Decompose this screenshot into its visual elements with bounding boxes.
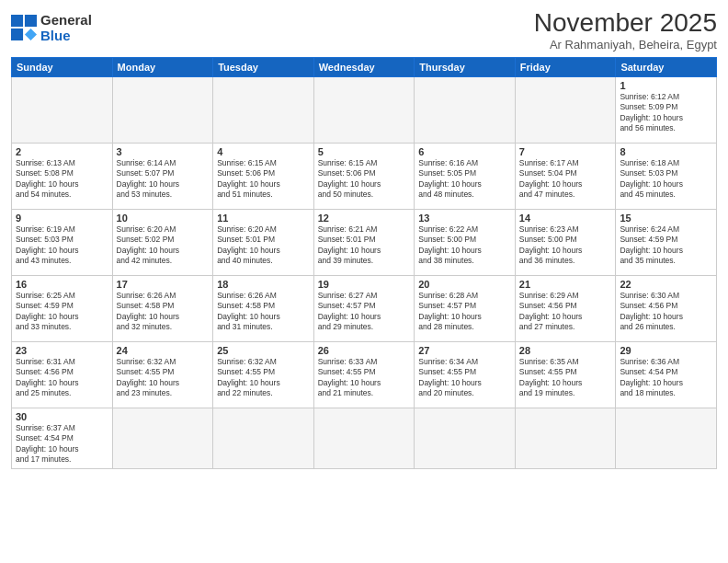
- svg-rect-0: [11, 15, 23, 27]
- weekday-header-row: Sunday Monday Tuesday Wednesday Thursday…: [12, 57, 717, 76]
- header-wednesday: Wednesday: [313, 57, 415, 76]
- day-number: 29: [620, 345, 712, 356]
- table-row: [213, 408, 314, 468]
- table-row: 5Sunrise: 6:15 AM Sunset: 5:06 PM Daylig…: [313, 143, 415, 209]
- day-info: Sunrise: 6:28 AM Sunset: 4:57 PM Dayligh…: [418, 291, 511, 333]
- day-number: 8: [620, 146, 712, 157]
- day-number: 21: [519, 279, 612, 290]
- table-row: 10Sunrise: 6:20 AM Sunset: 5:02 PM Dayli…: [112, 209, 213, 275]
- day-info: Sunrise: 6:37 AM Sunset: 4:54 PM Dayligh…: [16, 423, 108, 465]
- table-row: 19Sunrise: 6:27 AM Sunset: 4:57 PM Dayli…: [313, 275, 415, 341]
- table-row: [313, 408, 415, 468]
- day-info: Sunrise: 6:15 AM Sunset: 5:06 PM Dayligh…: [318, 158, 411, 201]
- day-number: 4: [217, 146, 310, 157]
- day-number: 19: [318, 279, 411, 290]
- table-row: 22Sunrise: 6:30 AM Sunset: 4:56 PM Dayli…: [616, 275, 717, 341]
- table-row: 7Sunrise: 6:17 AM Sunset: 5:04 PM Daylig…: [515, 143, 616, 209]
- day-info: Sunrise: 6:17 AM Sunset: 5:04 PM Dayligh…: [519, 158, 612, 201]
- table-row: 12Sunrise: 6:21 AM Sunset: 5:01 PM Dayli…: [313, 209, 415, 275]
- header-friday: Friday: [515, 57, 616, 76]
- day-info: Sunrise: 6:34 AM Sunset: 4:55 PM Dayligh…: [418, 357, 511, 399]
- day-info: Sunrise: 6:36 AM Sunset: 4:54 PM Dayligh…: [620, 357, 712, 399]
- table-row: 9Sunrise: 6:19 AM Sunset: 5:03 PM Daylig…: [12, 209, 113, 275]
- day-info: Sunrise: 6:31 AM Sunset: 4:56 PM Dayligh…: [16, 357, 108, 399]
- day-info: Sunrise: 6:25 AM Sunset: 4:59 PM Dayligh…: [16, 291, 108, 333]
- table-row: 20Sunrise: 6:28 AM Sunset: 4:57 PM Dayli…: [415, 275, 516, 341]
- day-info: Sunrise: 6:15 AM Sunset: 5:06 PM Dayligh…: [217, 158, 310, 201]
- table-row: [515, 408, 616, 468]
- day-info: Sunrise: 6:32 AM Sunset: 4:55 PM Dayligh…: [217, 357, 310, 399]
- day-info: Sunrise: 6:26 AM Sunset: 4:58 PM Dayligh…: [217, 291, 310, 333]
- day-number: 23: [16, 345, 108, 356]
- day-number: 5: [318, 146, 411, 157]
- day-info: Sunrise: 6:33 AM Sunset: 4:55 PM Dayligh…: [318, 357, 411, 399]
- table-row: [112, 76, 213, 143]
- table-row: 11Sunrise: 6:20 AM Sunset: 5:01 PM Dayli…: [213, 209, 314, 275]
- table-row: 21Sunrise: 6:29 AM Sunset: 4:56 PM Dayli…: [515, 275, 616, 341]
- svg-rect-1: [25, 15, 37, 27]
- day-info: Sunrise: 6:20 AM Sunset: 5:01 PM Dayligh…: [217, 224, 310, 267]
- day-info: Sunrise: 6:32 AM Sunset: 4:55 PM Dayligh…: [117, 357, 210, 399]
- day-info: Sunrise: 6:14 AM Sunset: 5:07 PM Dayligh…: [117, 158, 210, 201]
- table-row: [112, 408, 213, 468]
- day-info: Sunrise: 6:29 AM Sunset: 4:56 PM Dayligh…: [519, 291, 612, 333]
- day-info: Sunrise: 6:18 AM Sunset: 5:03 PM Dayligh…: [620, 158, 712, 201]
- table-row: 23Sunrise: 6:31 AM Sunset: 4:56 PM Dayli…: [12, 341, 113, 408]
- day-info: Sunrise: 6:19 AM Sunset: 5:03 PM Dayligh…: [16, 224, 108, 267]
- table-row: 17Sunrise: 6:26 AM Sunset: 4:58 PM Dayli…: [112, 275, 213, 341]
- table-row: 3Sunrise: 6:14 AM Sunset: 5:07 PM Daylig…: [112, 143, 213, 209]
- day-number: 7: [519, 146, 612, 157]
- table-row: [313, 76, 415, 143]
- page-header: General Blue November 2025 Ar Rahmaniyah…: [11, 9, 717, 52]
- header-thursday: Thursday: [415, 57, 516, 76]
- day-number: 2: [16, 146, 108, 157]
- day-info: Sunrise: 6:12 AM Sunset: 5:09 PM Dayligh…: [620, 92, 712, 134]
- table-row: [616, 408, 717, 468]
- day-number: 13: [418, 213, 511, 224]
- table-row: 25Sunrise: 6:32 AM Sunset: 4:55 PM Dayli…: [213, 341, 314, 408]
- calendar-week-row: 1Sunrise: 6:12 AM Sunset: 5:09 PM Daylig…: [12, 76, 717, 143]
- day-number: 3: [117, 146, 210, 157]
- day-number: 16: [16, 279, 108, 290]
- day-number: 22: [620, 279, 712, 290]
- table-row: [415, 408, 516, 468]
- day-number: 11: [217, 213, 310, 224]
- day-number: 17: [117, 279, 210, 290]
- logo: General Blue: [11, 13, 92, 43]
- day-number: 30: [16, 411, 108, 422]
- day-number: 25: [217, 345, 310, 356]
- location: Ar Rahmaniyah, Beheira, Egypt: [534, 38, 717, 52]
- day-number: 14: [519, 213, 612, 224]
- table-row: 30Sunrise: 6:37 AM Sunset: 4:54 PM Dayli…: [12, 408, 113, 468]
- table-row: [213, 76, 314, 143]
- day-info: Sunrise: 6:21 AM Sunset: 5:01 PM Dayligh…: [318, 224, 411, 267]
- day-number: 6: [418, 146, 511, 157]
- day-info: Sunrise: 6:35 AM Sunset: 4:55 PM Dayligh…: [519, 357, 612, 399]
- day-number: 10: [117, 213, 210, 224]
- day-number: 9: [16, 213, 108, 224]
- table-row: 15Sunrise: 6:24 AM Sunset: 4:59 PM Dayli…: [616, 209, 717, 275]
- header-monday: Monday: [112, 57, 213, 76]
- table-row: 27Sunrise: 6:34 AM Sunset: 4:55 PM Dayli…: [415, 341, 516, 408]
- table-row: [515, 76, 616, 143]
- table-row: 13Sunrise: 6:22 AM Sunset: 5:00 PM Dayli…: [415, 209, 516, 275]
- svg-rect-2: [11, 28, 23, 40]
- table-row: 16Sunrise: 6:25 AM Sunset: 4:59 PM Dayli…: [12, 275, 113, 341]
- table-row: 4Sunrise: 6:15 AM Sunset: 5:06 PM Daylig…: [213, 143, 314, 209]
- title-block: November 2025 Ar Rahmaniyah, Beheira, Eg…: [534, 9, 717, 52]
- day-number: 27: [418, 345, 511, 356]
- day-info: Sunrise: 6:27 AM Sunset: 4:57 PM Dayligh…: [318, 291, 411, 333]
- day-info: Sunrise: 6:30 AM Sunset: 4:56 PM Dayligh…: [620, 291, 712, 333]
- table-row: 14Sunrise: 6:23 AM Sunset: 5:00 PM Dayli…: [515, 209, 616, 275]
- calendar: Sunday Monday Tuesday Wednesday Thursday…: [11, 57, 717, 469]
- day-number: 18: [217, 279, 310, 290]
- table-row: [415, 76, 516, 143]
- table-row: 18Sunrise: 6:26 AM Sunset: 4:58 PM Dayli…: [213, 275, 314, 341]
- table-row: 29Sunrise: 6:36 AM Sunset: 4:54 PM Dayli…: [616, 341, 717, 408]
- table-row: 2Sunrise: 6:13 AM Sunset: 5:08 PM Daylig…: [12, 143, 113, 209]
- day-number: 12: [318, 213, 411, 224]
- header-sunday: Sunday: [12, 57, 113, 76]
- header-tuesday: Tuesday: [213, 57, 314, 76]
- table-row: 6Sunrise: 6:16 AM Sunset: 5:05 PM Daylig…: [415, 143, 516, 209]
- month-title: November 2025: [534, 9, 717, 38]
